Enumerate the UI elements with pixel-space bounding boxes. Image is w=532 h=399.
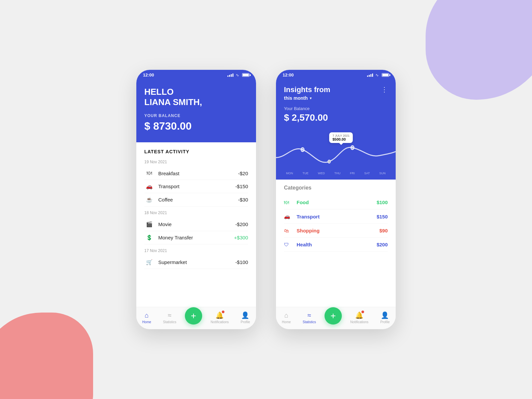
item-name: Money Transfer [158,235,234,240]
phone-home: 12:00 ∿ HELLO LIANA SMITH, YOUR BALANCE … [136,70,256,329]
item-amount: -$20 [238,171,248,176]
dropdown-arrow-icon: ▼ [309,96,313,100]
nav-home-2[interactable]: ⌂ Home [279,310,294,325]
insights-title-row: Insights from ⋮ [284,85,388,94]
nav-profile-2[interactable]: 👤 Profile [377,310,393,325]
nav-label-profile-1: Profile [241,320,250,324]
nav-statistics-1[interactable]: ≈ Statistics [160,310,180,325]
insights-title-text: Insights from [284,85,330,94]
profile-icon-2: 👤 [381,311,389,319]
more-options-button[interactable]: ⋮ [381,85,388,93]
chart-day-fri: FRI [350,172,355,175]
nav-profile-1[interactable]: 👤 Profile [237,310,253,325]
phone-insights: 12:00 ∿ Insights from ⋮ this month ▼ Y [276,70,396,329]
signal-icon-2 [367,73,373,77]
list-item: 🛍 Shopping $90 [284,224,388,238]
greeting-line1: HELLO [144,87,248,97]
category-amount-shopping: $90 [379,228,388,233]
item-name: Transport [158,184,235,189]
statistics-icon: ≈ [168,312,172,319]
list-item: 🍽 Breakfast -$20 [144,167,248,180]
profile-icon-1: 👤 [241,311,249,319]
phones-container: 12:00 ∿ HELLO LIANA SMITH, YOUR BALANCE … [136,70,396,329]
list-item: 🎬 Movie -$200 [144,218,248,231]
item-amount: +$300 [234,235,248,240]
movie-icon: 🎬 [144,221,154,227]
chart-day-mon: MON [286,172,293,175]
list-item: 🚗 Transport -$150 [144,180,248,193]
list-item: ☕ Coffee -$30 [144,193,248,206]
month-selector[interactable]: this month ▼ [284,95,388,101]
food-category-icon: 🍽 [284,200,293,205]
nav-label-profile-2: Profile [380,320,390,324]
transport-icon: 🚗 [144,183,154,190]
health-category-icon: 🛡 [284,242,293,247]
date-group-3: 17 Nov 2021 [144,248,248,253]
list-item: 🍽 Food $100 [284,196,388,209]
balance-label-1: YOUR BALANCE [144,113,248,118]
nav-label-home-1: Home [142,320,151,324]
wifi-icon-1: ∿ [236,73,239,77]
insights-balance-label: Your Balance [284,106,388,111]
status-bar-1: 12:00 ∿ [136,70,256,80]
nav-notifications-1[interactable]: 🔔 Notifications [207,310,232,325]
insights-title-line1: Insights from [284,85,330,94]
nav-home-1[interactable]: ⌂ Home [139,310,155,325]
coffee-icon: ☕ [144,197,154,203]
statistics-icon-2: ≈ [308,312,311,319]
chart-day-thu: THU [334,172,341,175]
add-button-1[interactable]: + [185,307,202,325]
greeting-text: HELLO LIANA SMITH, [144,87,248,107]
chart-day-wed: WED [318,172,325,175]
category-name-food: Food [297,200,377,205]
insights-balance-amount: $ 2,570.00 [284,112,388,123]
nav-label-stats-2: Statistics [303,320,316,324]
home-header: HELLO LIANA SMITH, YOUR BALANCE $ 8730.0… [136,80,256,142]
transport-category-icon: 🚗 [284,213,293,219]
notification-badge-1 [221,310,225,314]
svg-point-0 [301,148,304,152]
list-item: 🚗 Transport $150 [284,209,388,224]
battery-icon-2 [382,73,389,77]
wifi-icon-2: ∿ [375,73,379,77]
nav-notifications-2[interactable]: 🔔 Notifications [347,310,372,325]
chart-days: MON TUE WED THU FRI SAT SUN [276,170,396,180]
background-blob-purple [426,0,532,100]
add-button-2[interactable]: + [325,307,342,325]
tooltip-date: 7 JULY 2021 [332,134,349,137]
notification-badge-2 [361,310,364,314]
bottom-nav-1: ⌂ Home ≈ Statistics + 🔔 Notifications 👤 … [136,307,256,329]
insights-header: Insights from ⋮ this month ▼ Your Balanc… [276,80,396,130]
item-amount: -$30 [238,197,248,202]
svg-point-2 [328,160,331,163]
tooltip-value: $500.00 [332,137,349,141]
category-amount-food: $100 [377,200,388,205]
nav-label-stats-1: Statistics [163,320,176,324]
greeting-line2: LIANA SMITH, [144,97,248,107]
date-group-1: 19 Nov 2021 [144,160,248,164]
svg-point-1 [351,146,354,150]
item-name: Supermarket [158,259,235,265]
category-name-shopping: Shopping [297,228,379,233]
month-label: this month [284,95,308,101]
activity-section: LATEST ACTIVITY 19 Nov 2021 🍽 Breakfast … [136,142,256,307]
signal-icon-1 [227,73,233,77]
notification-wrap-1: 🔔 [215,311,224,319]
bottom-nav-2: ⌂ Home ≈ Statistics + 🔔 Notifications 👤 … [276,307,396,329]
home-icon-2: ⌂ [284,312,288,319]
activity-title: LATEST ACTIVITY [144,149,248,154]
food-icon: 🍽 [144,170,154,176]
list-item: 🛡 Health $200 [284,238,388,252]
nav-statistics-2[interactable]: ≈ Statistics [299,310,319,325]
notification-wrap-2: 🔔 [355,311,363,319]
chart-tooltip: 7 JULY 2021 $500.00 [329,132,353,143]
background-blob-red [0,313,93,399]
shopping-category-icon: 🛍 [284,228,293,233]
list-item: 🛒 Supermarket -$100 [144,256,248,269]
list-item: 💲 Money Transfer +$300 [144,231,248,244]
balance-amount-1: $ 8730.00 [144,120,248,132]
item-amount: -$200 [235,221,248,227]
status-time-1: 12:00 [143,72,154,77]
item-amount: -$100 [235,259,248,265]
transfer-icon: 💲 [144,234,154,241]
